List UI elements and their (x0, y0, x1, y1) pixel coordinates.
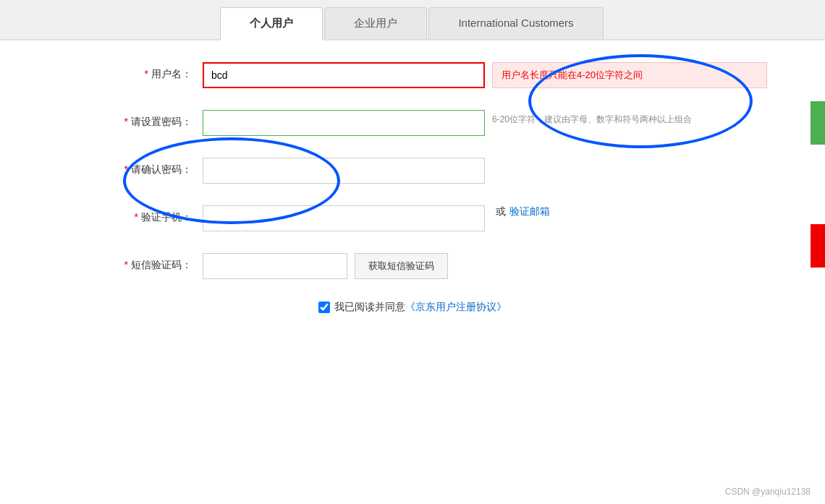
username-required-star: * (145, 68, 148, 80)
username-label: *用户名： (87, 62, 203, 81)
phone-row: *验证手机： 或 验证邮箱 (87, 205, 738, 231)
page-wrapper: 个人用户 企业用户 International Customers *用户名： … (0, 0, 825, 504)
right-indicator-red (811, 224, 825, 268)
phone-label: *验证手机： (87, 205, 203, 224)
username-error-message: 用户名长度只能在4-20位字符之间 (492, 62, 767, 88)
tab-enterprise[interactable]: 企业用户 (324, 7, 427, 39)
confirm-password-required-star: * (124, 163, 128, 175)
agree-row: 我已阅读并同意 《京东用户注册协议》 (87, 301, 738, 314)
right-indicator-green (811, 101, 825, 145)
confirm-password-input-wrapper (203, 158, 738, 184)
sms-code-input-wrapper: 获取短信验证码 (203, 253, 738, 279)
tab-international[interactable]: International Customers (428, 7, 603, 39)
phone-required-star: * (135, 211, 138, 223)
password-required-star: * (124, 116, 128, 127)
agree-text-prefix: 我已阅读并同意 (334, 301, 405, 314)
username-input-wrapper: 用户名长度只能在4-20位字符之间 (203, 62, 767, 88)
confirm-password-row: *请确认密码： (87, 158, 738, 184)
phone-input-wrapper: 或 验证邮箱 (203, 205, 738, 231)
sms-code-input[interactable] (203, 253, 347, 279)
sms-required-star: * (124, 259, 128, 270)
form-container: *用户名： 用户名长度只能在4-20位字符之间 *请设置密码： 6-20位字符，… (87, 40, 738, 336)
password-hint: 6-20位字符，建议由字母、数字和符号两种以上组合 (492, 110, 767, 127)
or-text: 或 (496, 205, 506, 218)
sms-row: 获取短信验证码 (203, 253, 448, 279)
tabs-container: 个人用户 企业用户 International Customers (0, 0, 825, 40)
password-row: *请设置密码： 6-20位字符，建议由字母、数字和符号两种以上组合 (87, 110, 738, 136)
password-input[interactable] (203, 110, 485, 136)
tab-personal[interactable]: 个人用户 (220, 7, 323, 40)
agree-checkbox[interactable] (318, 302, 330, 313)
password-input-wrapper: 6-20位字符，建议由字母、数字和符号两种以上组合 (203, 110, 767, 136)
watermark: CSDN @yanqiu12138 (725, 487, 811, 497)
sms-code-row: *短信验证码： 获取短信验证码 (87, 253, 738, 279)
sms-code-label: *短信验证码： (87, 253, 203, 272)
confirm-password-input[interactable] (203, 158, 485, 184)
get-sms-code-button[interactable]: 获取短信验证码 (355, 253, 448, 279)
username-row: *用户名： 用户名长度只能在4-20位字符之间 (87, 62, 738, 88)
phone-input[interactable] (203, 205, 485, 231)
user-agreement-link[interactable]: 《京东用户注册协议》 (405, 301, 507, 314)
confirm-password-label: *请确认密码： (87, 158, 203, 176)
username-input[interactable] (203, 62, 485, 88)
password-label: *请设置密码： (87, 110, 203, 129)
email-verification-link[interactable]: 验证邮箱 (509, 205, 550, 218)
